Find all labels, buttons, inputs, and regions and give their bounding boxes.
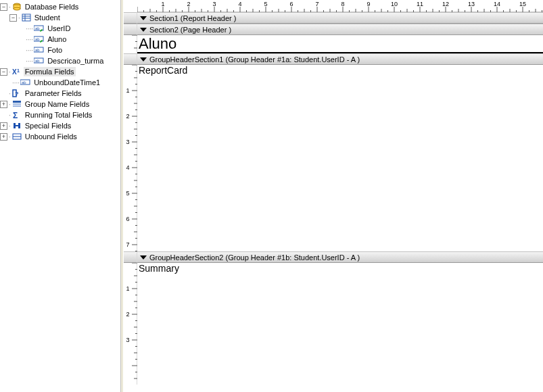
svg-text:2: 2 (187, 1, 190, 7)
tree-guide: · (18, 14, 20, 22)
svg-text:6: 6 (126, 216, 129, 222)
svg-text:?: ? (15, 91, 19, 97)
tree-guide: · (9, 68, 11, 76)
hruler-ticks: 123456789101112131415 (137, 0, 543, 12)
app-root: − · Database Fields − · Student ···· (0, 0, 543, 392)
field-icon: ab (34, 45, 45, 55)
tree-guide: · (9, 112, 11, 119)
expander-icon[interactable]: − (0, 3, 7, 11)
sigma-icon: Σ (11, 110, 22, 120)
section-label: GroupHeaderSection2 (Group Header #1b: S… (149, 253, 360, 262)
tree-node-unbound-fields[interactable]: + · Unbound Fields (0, 131, 120, 142)
tree-guide: ···· (26, 36, 33, 43)
svg-text:7: 7 (126, 241, 129, 248)
section-label: Section1 (Report Header ) (149, 14, 236, 22)
svg-rect-21 (13, 101, 21, 103)
svg-text:6: 6 (289, 1, 293, 7)
section-band-group-header-2[interactable]: Summary (137, 263, 543, 385)
section-bar-group-header-2[interactable]: GroupHeaderSection2 (Group Header #1b: S… (137, 251, 543, 263)
tree-node-special-fields[interactable]: + · Special Fields (0, 120, 120, 131)
vertical-ruler-column: 1234567123 (124, 12, 137, 392)
svg-text:ab: ab (35, 37, 40, 41)
tree-node-group-name-fields[interactable]: + · Group Name Fields (0, 99, 120, 109)
collapse-icon[interactable] (140, 57, 147, 62)
svg-text:2: 2 (126, 311, 129, 318)
svg-text:3: 3 (212, 1, 216, 7)
field-aluno[interactable]: Aluno (139, 35, 176, 53)
svg-text:13: 13 (468, 1, 475, 7)
tree-node-student[interactable]: − · Student (0, 12, 120, 23)
tree-guide: · (9, 133, 11, 141)
horizontal-ruler[interactable]: 123456789101112131415 (137, 0, 543, 12)
tree-label: Student (33, 13, 62, 22)
section-label: GroupHeaderSection1 (Group Header #1a: S… (149, 55, 360, 64)
tree-label: Parameter Fields (24, 89, 83, 98)
expander-placeholder (0, 112, 7, 119)
expander-icon[interactable]: − (9, 14, 17, 22)
svg-rect-23 (13, 105, 21, 107)
section-band-page-header[interactable]: Aluno (137, 35, 543, 53)
collapse-icon[interactable] (140, 28, 147, 32)
tree-guide: · (9, 122, 11, 130)
expander-placeholder (0, 90, 7, 97)
tree-guide: · (9, 3, 11, 11)
svg-text:3: 3 (126, 139, 129, 145)
tree-guide: ···· (12, 79, 20, 87)
field-icon: ab (20, 78, 31, 87)
tree-node-running-total-fields[interactable]: · Σ Running Total Fields (0, 109, 120, 120)
tree-node-descricao[interactable]: ···· ab Descricao_turma (0, 55, 120, 66)
tree-label: Special Fields (24, 121, 72, 130)
section-bar-group-header-1[interactable]: GroupHeaderSection1 (Group Header #1a: S… (137, 53, 543, 65)
field-icon: ab (34, 24, 45, 33)
tree-node-formula-fields[interactable]: − · X1 Formula Fields (0, 66, 120, 77)
expander-icon[interactable]: + (0, 122, 7, 130)
svg-text:1: 1 (126, 87, 129, 94)
field-reportcard[interactable]: ReportCard (139, 65, 187, 76)
svg-text:8: 8 (341, 1, 344, 7)
unbound-icon (11, 132, 22, 141)
svg-text:4: 4 (238, 1, 241, 7)
tree-label: Aluno (46, 34, 68, 44)
svg-text:12: 12 (442, 1, 449, 7)
svg-text:1: 1 (17, 68, 20, 73)
tree-guide: · (9, 90, 11, 97)
tree-node-userid[interactable]: ···· ab UserID (0, 23, 120, 34)
tree-node-foto[interactable]: ···· ab Foto (0, 45, 120, 55)
expander-icon[interactable]: + (0, 101, 7, 108)
svg-text:X: X (12, 68, 17, 76)
section-label: Section2 (Page Header ) (149, 26, 231, 34)
tree-node-aluno[interactable]: ···· ab Aluno (0, 34, 120, 45)
tree-label: Descricao_turma (46, 56, 105, 66)
svg-text:9: 9 (367, 1, 370, 7)
tree-label: Formula Fields (24, 67, 76, 76)
sections-container: Section1 (Report Header ) Section2 (Page… (137, 12, 543, 392)
svg-text:5: 5 (264, 1, 267, 7)
tree-node-unbounddatetime[interactable]: ···· ab UnboundDateTime1 (0, 77, 120, 88)
tree-node-database-fields[interactable]: − · Database Fields (0, 1, 120, 12)
svg-text:4: 4 (126, 164, 129, 171)
tree-node-parameter-fields[interactable]: · ? Parameter Fields (0, 88, 120, 99)
collapse-icon[interactable] (140, 16, 147, 20)
svg-text:1: 1 (161, 1, 164, 7)
field-explorer-panel: − · Database Fields − · Student ···· (0, 0, 120, 392)
section-bar-report-header[interactable]: Section1 (Report Header ) (137, 12, 543, 24)
collapse-icon[interactable] (140, 255, 147, 260)
database-icon (11, 2, 22, 11)
section-band-group-header-1[interactable]: ReportCard (137, 65, 543, 251)
formula-icon: X1 (11, 67, 22, 76)
field-explorer-tree[interactable]: − · Database Fields − · Student ···· (0, 0, 120, 142)
tree-label: UserID (46, 24, 72, 33)
svg-rect-27 (18, 123, 20, 128)
svg-rect-22 (13, 103, 21, 105)
svg-rect-26 (14, 123, 16, 128)
expander-icon[interactable]: + (0, 133, 7, 141)
field-summary[interactable]: Summary (139, 263, 179, 274)
svg-text:ab: ab (35, 26, 40, 30)
tree-label: Running Total Fields (24, 110, 93, 120)
svg-text:5: 5 (126, 190, 129, 197)
svg-text:3: 3 (126, 337, 129, 343)
expander-icon[interactable]: − (0, 68, 7, 76)
svg-rect-3 (22, 14, 30, 21)
group-icon (11, 99, 22, 109)
section-bar-page-header[interactable]: Section2 (Page Header ) (137, 24, 543, 35)
